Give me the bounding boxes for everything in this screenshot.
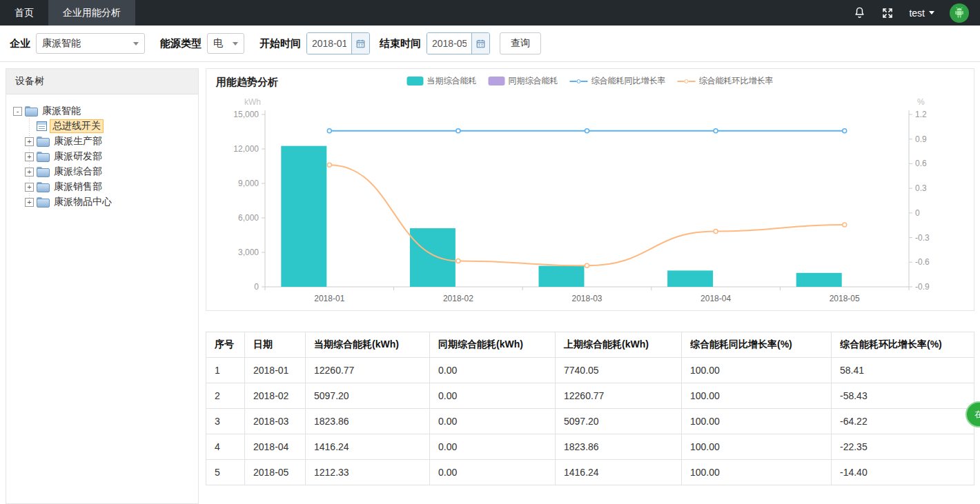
- fullscreen-icon[interactable]: [881, 7, 894, 19]
- tree-item[interactable]: 总进线开关: [25, 119, 191, 134]
- data-table-wrap: 序号日期当期综合能耗(kWh)同期综合能耗(kWh)上期综合能耗(kWh)综合能…: [206, 332, 974, 485]
- collapse-icon[interactable]: -: [13, 107, 22, 116]
- expand-icon[interactable]: +: [25, 152, 34, 161]
- folder-icon: [37, 152, 48, 161]
- trend-chart-panel: 用能趋势分析 当期综合能耗同期综合能耗综合能耗同比增长率综合能耗环比增长率 03…: [206, 68, 974, 311]
- table-row: 22018-025097.200.0012260.77100.00-58.43: [206, 383, 974, 409]
- table-row: 42018-041416.240.001823.86100.00-22.35: [206, 434, 974, 460]
- folder-icon: [37, 182, 48, 192]
- user-name: test: [909, 8, 925, 19]
- svg-text:12,000: 12,000: [233, 144, 259, 154]
- sidebar: 设备树 - 康派智能 总进线开关+康派生产部+康派研发部+康派综合部+康派销售部…: [6, 68, 199, 504]
- topnav-right: test: [853, 0, 980, 26]
- tree-item[interactable]: +康派销售部: [25, 179, 191, 194]
- table-cell: 2018-03: [245, 409, 306, 434]
- energy-type-select[interactable]: 电: [207, 33, 244, 54]
- column-header: 上期综合能耗(kWh): [556, 332, 682, 358]
- expand-icon[interactable]: +: [25, 198, 34, 207]
- tree-children: 总进线开关+康派生产部+康派研发部+康派综合部+康派销售部+康派物品中心: [25, 119, 191, 210]
- column-header: 同期综合能耗(kWh): [430, 332, 556, 358]
- calendar-icon[interactable]: [471, 33, 489, 54]
- content-area: 设备树 - 康派智能 总进线开关+康派生产部+康派研发部+康派综合部+康派销售部…: [0, 62, 980, 504]
- nav-tab-energy-analysis[interactable]: 企业用能分析: [48, 0, 135, 26]
- expand-icon[interactable]: +: [25, 168, 34, 177]
- device-tree: - 康派智能 总进线开关+康派生产部+康派研发部+康派综合部+康派销售部+康派物…: [6, 94, 198, 219]
- enterprise-select[interactable]: 康派智能: [36, 33, 145, 54]
- svg-text:2018-01: 2018-01: [314, 294, 344, 303]
- table-cell: 2018-02: [245, 383, 306, 409]
- tree-item-label[interactable]: 康派综合部: [51, 165, 105, 179]
- legend-item[interactable]: 综合能耗环比增长率: [678, 75, 774, 87]
- table-cell: 100.00: [682, 409, 832, 434]
- table-body: 12018-0112260.770.007740.05100.0058.4122…: [206, 358, 974, 485]
- legend-label: 综合能耗环比增长率: [699, 75, 774, 87]
- svg-text:2018-02: 2018-02: [443, 294, 473, 303]
- end-time-input[interactable]: [427, 33, 471, 54]
- table-cell: 58.41: [832, 358, 974, 383]
- legend-label: 当期综合能耗: [427, 75, 477, 87]
- column-header: 综合能耗同比增长率(%): [682, 332, 832, 358]
- table-cell: 5097.20: [556, 409, 682, 434]
- device-icon: [37, 121, 47, 131]
- legend-item[interactable]: 当期综合能耗: [407, 75, 477, 87]
- table-row: 12018-0112260.770.007740.05100.0058.41: [206, 358, 974, 383]
- svg-text:9,000: 9,000: [238, 179, 259, 188]
- expand-icon[interactable]: +: [25, 137, 34, 146]
- table-cell: -58.43: [832, 383, 974, 409]
- svg-text:-0.6: -0.6: [915, 257, 930, 267]
- tree-item[interactable]: +康派研发部: [25, 149, 191, 164]
- legend-item[interactable]: 综合能耗同比增长率: [570, 75, 666, 87]
- android-avatar[interactable]: [950, 3, 969, 23]
- expand-icon[interactable]: +: [25, 183, 34, 192]
- calendar-icon[interactable]: [351, 33, 369, 54]
- svg-text:6,000: 6,000: [238, 213, 259, 223]
- chart-title: 用能趋势分析: [216, 76, 278, 88]
- nav-tab-home[interactable]: 首页: [0, 0, 48, 26]
- column-header: 当期综合能耗(kWh): [306, 332, 430, 358]
- user-menu[interactable]: test: [909, 8, 934, 19]
- tree-item-label[interactable]: 康派生产部: [51, 134, 105, 148]
- table-cell: 0.00: [430, 358, 556, 383]
- table-cell: 0.00: [430, 434, 556, 460]
- table-cell: -14.40: [832, 460, 974, 485]
- energy-data-table: 序号日期当期综合能耗(kWh)同期综合能耗(kWh)上期综合能耗(kWh)综合能…: [206, 332, 974, 485]
- enterprise-select-value: 康派智能: [42, 37, 81, 50]
- svg-text:15,000: 15,000: [233, 110, 259, 119]
- tree-item-label[interactable]: 总进线开关: [50, 119, 104, 133]
- start-time-input[interactable]: [307, 33, 351, 54]
- table-cell: 1: [206, 358, 245, 383]
- tree-item-label[interactable]: 康派物品中心: [51, 195, 115, 209]
- svg-text:0.6: 0.6: [915, 159, 927, 168]
- svg-text:0.3: 0.3: [915, 183, 927, 193]
- svg-text:2018-04: 2018-04: [700, 294, 731, 303]
- table-cell: 12260.77: [306, 358, 430, 383]
- table-cell: 1823.86: [556, 434, 682, 460]
- tree-item[interactable]: +康派综合部: [25, 164, 191, 179]
- start-time-field: [306, 32, 370, 54]
- column-header: 序号: [206, 332, 245, 358]
- legend-item[interactable]: 同期综合能耗: [489, 75, 558, 87]
- bell-icon[interactable]: [853, 6, 866, 19]
- svg-text:kWh: kWh: [244, 97, 261, 107]
- table-cell: 5097.20: [306, 383, 430, 409]
- folder-icon: [37, 167, 48, 177]
- table-cell: 100.00: [682, 460, 832, 485]
- table-cell: 2018-01: [245, 358, 306, 383]
- table-cell: 0.00: [430, 409, 556, 434]
- tree-root[interactable]: - 康派智能: [13, 103, 191, 119]
- tree-item[interactable]: +康派生产部: [25, 134, 191, 149]
- query-button[interactable]: 查询: [500, 32, 541, 54]
- tree-item[interactable]: +康派物品中心: [25, 194, 191, 210]
- nav-tab-energy-analysis-label: 企业用能分析: [63, 7, 121, 19]
- tree-item-label[interactable]: 康派销售部: [51, 180, 105, 194]
- legend-line-swatch: [570, 79, 588, 83]
- tree-root-label[interactable]: 康派智能: [39, 104, 84, 118]
- legend-bar-swatch: [489, 77, 505, 85]
- table-cell: 100.00: [682, 383, 832, 409]
- table-cell: 0.00: [430, 460, 556, 485]
- svg-text:0.9: 0.9: [915, 134, 927, 144]
- legend-label: 综合能耗同比增长率: [591, 75, 666, 87]
- tree-item-label[interactable]: 康派研发部: [51, 150, 105, 163]
- svg-text:-0.3: -0.3: [915, 233, 930, 243]
- svg-text:2018-05: 2018-05: [830, 294, 860, 303]
